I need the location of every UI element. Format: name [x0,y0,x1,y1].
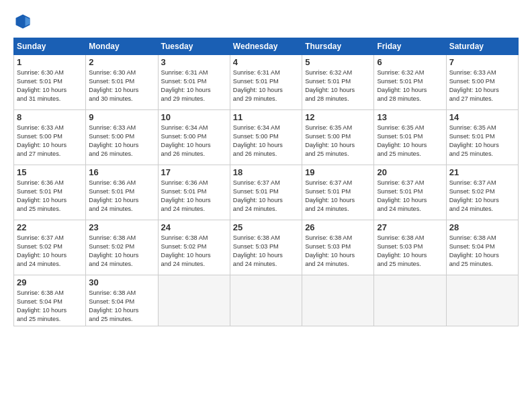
day-info: Sunrise: 6:38 AM Sunset: 5:04 PM Dayligh… [449,234,515,269]
day-info: Sunrise: 6:33 AM Sunset: 5:00 PM Dayligh… [17,124,83,158]
day-number: 1 [17,57,83,67]
table-row: 2Sunrise: 6:30 AM Sunset: 5:01 PM Daylig… [86,55,158,110]
day-number: 5 [305,57,371,67]
table-row: 19Sunrise: 6:37 AM Sunset: 5:01 PM Dayli… [302,165,374,220]
day-info: Sunrise: 6:32 AM Sunset: 5:01 PM Dayligh… [377,68,443,103]
day-info: Sunrise: 6:34 AM Sunset: 5:00 PM Dayligh… [161,124,227,158]
day-number: 9 [89,112,154,122]
table-row: 26Sunrise: 6:38 AM Sunset: 5:03 PM Dayli… [302,220,374,275]
day-number: 26 [305,222,371,232]
day-number: 19 [305,167,371,177]
day-number: 3 [161,57,227,67]
day-info: Sunrise: 6:35 AM Sunset: 5:01 PM Dayligh… [377,124,443,158]
col-saturday: Saturday [446,38,518,55]
col-tuesday: Tuesday [158,38,230,55]
calendar-header-row: Sunday Monday Tuesday Wednesday Thursday… [14,38,519,55]
day-number: 18 [233,167,299,177]
day-info: Sunrise: 6:31 AM Sunset: 5:01 PM Dayligh… [233,68,299,103]
day-info: Sunrise: 6:35 AM Sunset: 5:00 PM Dayligh… [305,124,371,158]
col-monday: Monday [86,38,158,55]
table-row [446,275,518,326]
table-row: 29Sunrise: 6:38 AM Sunset: 5:04 PM Dayli… [14,275,86,326]
table-row: 20Sunrise: 6:37 AM Sunset: 5:01 PM Dayli… [374,165,446,220]
day-info: Sunrise: 6:33 AM Sunset: 5:00 PM Dayligh… [449,68,515,103]
calendar-week-row: 8Sunrise: 6:33 AM Sunset: 5:00 PM Daylig… [14,110,519,165]
logo [13,12,35,31]
day-number: 22 [17,222,83,232]
calendar-week-row: 15Sunrise: 6:36 AM Sunset: 5:01 PM Dayli… [14,165,519,220]
day-info: Sunrise: 6:31 AM Sunset: 5:01 PM Dayligh… [161,68,227,103]
day-info: Sunrise: 6:36 AM Sunset: 5:01 PM Dayligh… [17,179,83,214]
day-number: 21 [449,167,515,177]
day-info: Sunrise: 6:37 AM Sunset: 5:02 PM Dayligh… [449,179,515,214]
col-thursday: Thursday [302,38,374,55]
day-info: Sunrise: 6:37 AM Sunset: 5:01 PM Dayligh… [233,179,299,214]
day-info: Sunrise: 6:38 AM Sunset: 5:02 PM Dayligh… [161,234,227,269]
day-info: Sunrise: 6:38 AM Sunset: 5:02 PM Dayligh… [89,234,154,269]
day-number: 20 [377,167,443,177]
day-number: 6 [377,57,443,67]
table-row: 23Sunrise: 6:38 AM Sunset: 5:02 PM Dayli… [86,220,158,275]
day-info: Sunrise: 6:37 AM Sunset: 5:01 PM Dayligh… [305,179,371,214]
table-row: 22Sunrise: 6:37 AM Sunset: 5:02 PM Dayli… [14,220,86,275]
day-number: 13 [377,112,443,122]
day-info: Sunrise: 6:30 AM Sunset: 5:01 PM Dayligh… [17,68,83,103]
day-info: Sunrise: 6:32 AM Sunset: 5:01 PM Dayligh… [305,68,371,103]
table-row: 16Sunrise: 6:36 AM Sunset: 5:01 PM Dayli… [86,165,158,220]
day-number: 23 [89,222,154,232]
day-info: Sunrise: 6:38 AM Sunset: 5:04 PM Dayligh… [17,289,83,324]
day-number: 24 [161,222,227,232]
table-row [230,275,302,326]
day-number: 2 [89,57,154,67]
day-number: 30 [89,277,154,287]
day-number: 25 [233,222,299,232]
table-row [374,275,446,326]
day-info: Sunrise: 6:33 AM Sunset: 5:00 PM Dayligh… [89,124,154,158]
day-info: Sunrise: 6:38 AM Sunset: 5:04 PM Dayligh… [89,289,154,324]
table-row: 17Sunrise: 6:36 AM Sunset: 5:01 PM Dayli… [158,165,230,220]
table-row: 24Sunrise: 6:38 AM Sunset: 5:02 PM Dayli… [158,220,230,275]
table-row: 15Sunrise: 6:36 AM Sunset: 5:01 PM Dayli… [14,165,86,220]
day-number: 16 [89,167,154,177]
table-row: 9Sunrise: 6:33 AM Sunset: 5:00 PM Daylig… [86,110,158,165]
logo-icon [13,12,32,31]
day-number: 17 [161,167,227,177]
col-wednesday: Wednesday [230,38,302,55]
day-number: 4 [233,57,299,67]
day-number: 7 [449,57,515,67]
header [13,12,519,31]
table-row: 7Sunrise: 6:33 AM Sunset: 5:00 PM Daylig… [446,55,518,110]
calendar-table: Sunday Monday Tuesday Wednesday Thursday… [13,38,519,326]
table-row: 21Sunrise: 6:37 AM Sunset: 5:02 PM Dayli… [446,165,518,220]
day-number: 12 [305,112,371,122]
day-info: Sunrise: 6:35 AM Sunset: 5:01 PM Dayligh… [449,124,515,158]
table-row: 30Sunrise: 6:38 AM Sunset: 5:04 PM Dayli… [86,275,158,326]
day-info: Sunrise: 6:38 AM Sunset: 5:03 PM Dayligh… [233,234,299,269]
day-number: 29 [17,277,83,287]
day-info: Sunrise: 6:36 AM Sunset: 5:01 PM Dayligh… [161,179,227,214]
table-row: 1Sunrise: 6:30 AM Sunset: 5:01 PM Daylig… [14,55,86,110]
table-row: 4Sunrise: 6:31 AM Sunset: 5:01 PM Daylig… [230,55,302,110]
day-info: Sunrise: 6:36 AM Sunset: 5:01 PM Dayligh… [89,179,154,214]
day-number: 8 [17,112,83,122]
day-info: Sunrise: 6:37 AM Sunset: 5:02 PM Dayligh… [17,234,83,269]
table-row: 12Sunrise: 6:35 AM Sunset: 5:00 PM Dayli… [302,110,374,165]
day-number: 11 [233,112,299,122]
day-info: Sunrise: 6:38 AM Sunset: 5:03 PM Dayligh… [377,234,443,269]
calendar-week-row: 29Sunrise: 6:38 AM Sunset: 5:04 PM Dayli… [14,275,519,326]
day-number: 15 [17,167,83,177]
day-number: 27 [377,222,443,232]
day-number: 14 [449,112,515,122]
col-friday: Friday [374,38,446,55]
table-row: 5Sunrise: 6:32 AM Sunset: 5:01 PM Daylig… [302,55,374,110]
day-number: 28 [449,222,515,232]
table-row: 18Sunrise: 6:37 AM Sunset: 5:01 PM Dayli… [230,165,302,220]
table-row: 28Sunrise: 6:38 AM Sunset: 5:04 PM Dayli… [446,220,518,275]
table-row: 3Sunrise: 6:31 AM Sunset: 5:01 PM Daylig… [158,55,230,110]
table-row: 25Sunrise: 6:38 AM Sunset: 5:03 PM Dayli… [230,220,302,275]
table-row: 13Sunrise: 6:35 AM Sunset: 5:01 PM Dayli… [374,110,446,165]
table-row: 14Sunrise: 6:35 AM Sunset: 5:01 PM Dayli… [446,110,518,165]
day-info: Sunrise: 6:34 AM Sunset: 5:00 PM Dayligh… [233,124,299,158]
day-number: 10 [161,112,227,122]
table-row [302,275,374,326]
